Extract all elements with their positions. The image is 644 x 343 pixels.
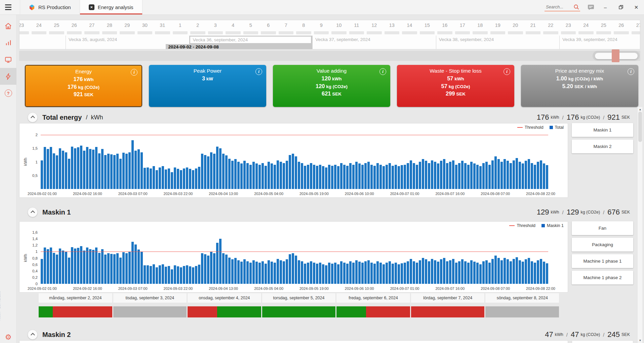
collapse-total-button[interactable] bbox=[28, 112, 38, 122]
kpi-card-waste-stop-time-loss[interactable]: Waste - Stop time loss57 kWh57 kg (CO2e)… bbox=[397, 65, 514, 107]
timeline-day-tick[interactable] bbox=[314, 31, 329, 34]
tab-rs-production[interactable]: RS Production bbox=[20, 0, 80, 14]
legend-item-maskin-1[interactable]: Maskin 1 bbox=[541, 223, 564, 228]
timeline-day-tick[interactable] bbox=[208, 31, 223, 34]
filter-button-maskin-1[interactable]: Maskin 1 bbox=[572, 123, 633, 137]
bar bbox=[65, 152, 67, 189]
sidebar-item-home[interactable] bbox=[0, 17, 16, 34]
filter-button-fan[interactable]: Fan bbox=[572, 221, 633, 235]
y-tick-label: 0,8 bbox=[24, 256, 38, 260]
filter-button-machine-1-phase-1[interactable]: Machine 1 phase 1 bbox=[572, 254, 633, 268]
timeline-day-tick[interactable] bbox=[84, 31, 99, 34]
timeline-day-tick[interactable] bbox=[226, 31, 241, 34]
kpi-card-peak-power[interactable]: Peak Power3 kWi bbox=[149, 65, 266, 107]
filter-button-packaging[interactable]: Packaging bbox=[572, 238, 633, 252]
timeline-day-number: 5 bbox=[242, 23, 260, 30]
timeline-day-tick[interactable] bbox=[32, 31, 47, 34]
timeline-day-tick[interactable] bbox=[632, 31, 641, 34]
bar bbox=[53, 153, 55, 189]
tab-energy-analysis[interactable]: ✕ Energy analysis bbox=[80, 0, 143, 14]
timeline-day-tick[interactable] bbox=[473, 31, 488, 34]
timeline-scrollbar[interactable] bbox=[19, 51, 640, 61]
info-icon[interactable]: i bbox=[255, 68, 262, 75]
timeline-week-cell[interactable]: Vecka 37, september, 2024 bbox=[312, 36, 436, 49]
timeline-day-tick[interactable] bbox=[349, 31, 364, 34]
timeline-day-tick[interactable] bbox=[49, 31, 64, 34]
main-scrollbar[interactable]: ▲ ▼ bbox=[637, 107, 642, 343]
timeline-day-tick[interactable] bbox=[578, 31, 594, 34]
bar bbox=[150, 168, 152, 189]
sidebar-item-help[interactable]: ? bbox=[0, 85, 16, 102]
info-icon[interactable]: i bbox=[504, 68, 510, 75]
restore-button[interactable] bbox=[613, 0, 629, 15]
timeline-day-tick[interactable] bbox=[455, 31, 470, 34]
timeline-day-tick[interactable] bbox=[243, 31, 258, 34]
sidebar-item-energy[interactable] bbox=[0, 68, 16, 85]
legend-item-threshold[interactable]: Threshold bbox=[509, 223, 535, 228]
timeline-day-tick[interactable] bbox=[490, 31, 506, 34]
timeline-day-tick[interactable] bbox=[173, 31, 188, 34]
timeline-zoom-thumb[interactable] bbox=[612, 49, 619, 62]
legend-item-threshold[interactable]: Threshold bbox=[517, 125, 544, 130]
bar bbox=[168, 168, 170, 189]
search-icon[interactable] bbox=[573, 4, 579, 10]
minimize-button[interactable]: – bbox=[598, 0, 613, 15]
kpi-card-price-and-energy-mix[interactable]: Price and energy mix1.00 kg (CO2e) / kWh… bbox=[521, 65, 638, 107]
search-box[interactable] bbox=[545, 3, 580, 11]
timeline-day-tick[interactable] bbox=[102, 31, 117, 34]
timeline-day-tick[interactable] bbox=[596, 31, 611, 34]
timeline-day-tick[interactable] bbox=[437, 31, 452, 34]
timeline-week-selected[interactable]: Vecka 36, september, 20242024-09-02 - 20… bbox=[189, 36, 313, 49]
scroll-down-arrow[interactable]: ▼ bbox=[638, 339, 643, 342]
timeline-day-tick[interactable] bbox=[296, 31, 311, 34]
close-button[interactable]: ✕ bbox=[629, 0, 644, 15]
timeline-day-tick[interactable] bbox=[331, 31, 347, 34]
info-icon[interactable]: i bbox=[379, 68, 386, 75]
timeline-day-tick[interactable] bbox=[279, 31, 294, 34]
timeline-day-tick[interactable] bbox=[261, 31, 276, 34]
sidebar-item-monitor[interactable] bbox=[0, 51, 16, 68]
timeline-day-tick[interactable] bbox=[508, 31, 523, 34]
bar bbox=[304, 166, 306, 189]
filter-button-machine-1-phase-2[interactable]: Machine 1 phase 2 bbox=[572, 271, 633, 284]
info-icon[interactable]: i bbox=[628, 68, 634, 75]
collapse-maskin1-button[interactable] bbox=[28, 207, 38, 217]
scroll-up-arrow[interactable]: ▲ bbox=[638, 108, 643, 111]
timeline-day-tick[interactable] bbox=[67, 31, 82, 34]
kpi-card-value-adding[interactable]: Value adding120 kWh120 kg (CO2e)621 SEKi bbox=[273, 65, 390, 107]
filter-button-maskin-2[interactable]: Maskin 2 bbox=[572, 140, 633, 153]
timeline-week-cell[interactable]: Vecka 38, september, 2024 bbox=[436, 36, 560, 49]
timeline-panel[interactable]: 2324252627282930311234567891011121314151… bbox=[19, 20, 640, 49]
bar bbox=[171, 172, 173, 189]
timeline-week-cell[interactable]: Vecka 39, september, 2024 bbox=[559, 36, 640, 49]
timeline-day-tick[interactable] bbox=[137, 31, 153, 34]
collapse-maskin2-button[interactable] bbox=[28, 330, 38, 340]
timeline-day-tick[interactable] bbox=[155, 31, 170, 34]
timeline-week-cell[interactable] bbox=[19, 36, 66, 49]
info-icon[interactable]: i bbox=[131, 69, 137, 76]
timeline-day-tick[interactable] bbox=[561, 31, 576, 34]
settings-gear-icon[interactable]: ⚙ bbox=[0, 333, 16, 342]
search-input[interactable] bbox=[545, 4, 573, 10]
legend-label: Maskin 1 bbox=[547, 223, 564, 228]
timeline-day-tick[interactable] bbox=[402, 31, 417, 34]
bar bbox=[298, 260, 300, 284]
scrollbar-thumb[interactable] bbox=[638, 112, 642, 142]
timeline-day-number: 16 bbox=[436, 23, 454, 30]
legend-item-total[interactable]: Total bbox=[550, 125, 564, 130]
timeline-day-tick[interactable] bbox=[543, 31, 558, 34]
sidebar-item-reports[interactable] bbox=[0, 34, 16, 51]
timeline-day-tick[interactable] bbox=[420, 31, 435, 34]
kpi-card-energy[interactable]: Energy176 kWh176 kg (CO2e)921 SEKi bbox=[25, 65, 142, 107]
timeline-day-tick[interactable] bbox=[190, 31, 205, 34]
bar bbox=[334, 263, 336, 284]
feedback-chat-icon[interactable] bbox=[588, 4, 594, 10]
timeline-day-tick[interactable] bbox=[614, 31, 629, 34]
timeline-day-tick[interactable] bbox=[19, 31, 29, 34]
stat-unit: SEK bbox=[621, 332, 630, 337]
menu-icon[interactable] bbox=[0, 0, 16, 14]
timeline-day-tick[interactable] bbox=[526, 31, 541, 34]
timeline-day-tick[interactable] bbox=[120, 31, 135, 34]
timeline-day-tick[interactable] bbox=[385, 31, 400, 34]
timeline-day-tick[interactable] bbox=[367, 31, 382, 34]
